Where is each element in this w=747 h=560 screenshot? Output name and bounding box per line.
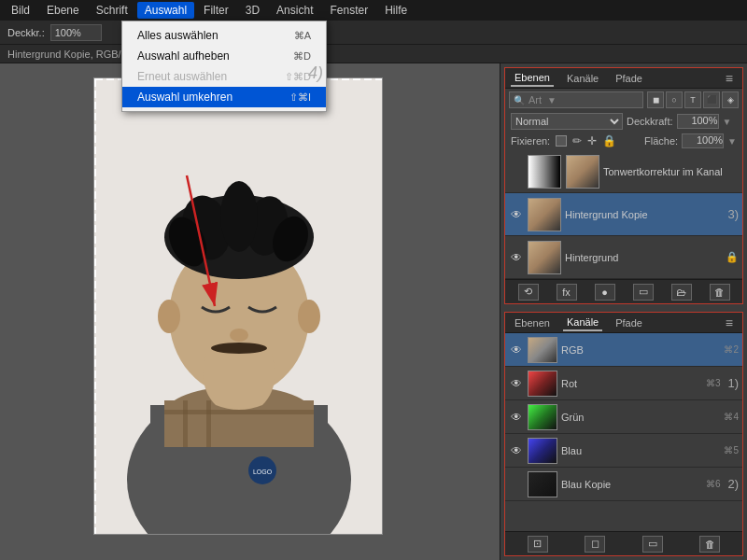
- menubar-item-schrift[interactable]: Schrift: [89, 2, 135, 19]
- channel-thumb-blau-kopie: [528, 471, 557, 497]
- channel-annotation-1: 1): [727, 376, 739, 390]
- opacity-row: Deckkraft: 100% ▼: [627, 114, 731, 129]
- fill-label: Fläche:: [644, 135, 678, 147]
- filter-icon-1[interactable]: ◼: [647, 91, 664, 108]
- channel-item-rot[interactable]: 👁 Rot ⌘3 1): [505, 367, 742, 400]
- layer-item-tonwert[interactable]: Tonwertkorrektur im Kanal: [505, 150, 742, 193]
- menu-item-erneut-auswaehlen: Erneut auswählen ⇧⌘D: [122, 66, 326, 87]
- filter-icon-4[interactable]: ⬛: [703, 91, 720, 108]
- layer-label-hintergrund: Hintergrund: [565, 252, 722, 263]
- menubar-item-auswahl[interactable]: Auswahl: [137, 2, 194, 19]
- delete-layer-button[interactable]: 🗑: [710, 284, 730, 301]
- blend-mode-select[interactable]: Normal: [511, 113, 623, 130]
- fx-button[interactable]: fx: [557, 284, 577, 301]
- channels-tab-kanaele[interactable]: Kanäle: [563, 315, 602, 331]
- search-placeholder: Art: [529, 94, 542, 105]
- channel-eye-gruen[interactable]: 👁: [509, 410, 524, 425]
- panel-menu-button[interactable]: ≡: [722, 71, 737, 86]
- opacity-input[interactable]: 100%: [677, 114, 719, 129]
- document-info: Hintergrund Kopie, RGB/8: [7, 49, 127, 60]
- info-bar: Hintergrund Kopie, RGB/8 _tonwertk...: [0, 45, 747, 63]
- filter-icon-5[interactable]: ◈: [722, 91, 739, 108]
- channel-item-blau-kopie[interactable]: Blau Kopie ⌘6 2): [505, 468, 742, 501]
- menu-item-auswahl-umkehren[interactable]: Auswahl umkehren ⇧⌘I: [122, 87, 326, 107]
- fix-row: Fixieren: ✏ ✛ 🔒 Fläche: 100% ▼: [505, 132, 742, 150]
- blend-opacity-row: Normal Deckkraft: 100% ▼: [505, 111, 742, 132]
- filter-icon-3[interactable]: T: [684, 91, 701, 108]
- auswahl-dropdown-menu: Alles auswählen ⌘A Auswahl aufheben ⌘D E…: [121, 21, 327, 112]
- svg-point-20: [211, 343, 267, 354]
- channel-label-blau: Blau: [561, 445, 720, 456]
- channels-panel-menu-button[interactable]: ≡: [722, 315, 737, 330]
- fix-icon-brush: ✏: [572, 134, 582, 147]
- channels-list: 👁 RGB ⌘2 👁 Rot ⌘3 1) 👁 Grün: [505, 333, 742, 531]
- menubar-item-filter[interactable]: Filter: [196, 2, 236, 19]
- options-bar: Deckkr.: 100%: [0, 21, 747, 45]
- fix-icon-move: ✛: [587, 134, 597, 147]
- main-area: LOGO Ebenen Kanäle Pfade: [0, 63, 747, 560]
- channel-label-rot: Rot: [561, 378, 702, 389]
- svg-point-16: [298, 300, 320, 333]
- menubar-item-fenster[interactable]: Fenster: [322, 2, 375, 19]
- tab-pfade[interactable]: Pfade: [612, 71, 646, 86]
- layer-thumb-tonwert-mask: [566, 155, 599, 189]
- menubar-item-hilfe[interactable]: Hilfe: [377, 2, 415, 19]
- menubar-item-bild[interactable]: Bild: [4, 2, 37, 19]
- channel-to-selection-button[interactable]: ◻: [585, 536, 605, 553]
- layer-thumb-hintergrund: [528, 241, 561, 274]
- new-layer-button[interactable]: 🗁: [671, 284, 692, 301]
- menu-item-alles-auswaehlen[interactable]: Alles auswählen ⌘A: [122, 25, 326, 46]
- channel-eye-rgb[interactable]: 👁: [509, 343, 524, 357]
- deckkraft-label: Deckkr.:: [7, 27, 45, 38]
- channel-shortcut-rot: ⌘3: [706, 378, 721, 388]
- channels-tab-pfade[interactable]: Pfade: [612, 315, 646, 330]
- channel-shortcut-blau-kopie: ⌘6: [706, 479, 721, 489]
- layer-item-hintergrund[interactable]: 👁 Hintergrund 🔒: [505, 236, 742, 279]
- menu-item-shortcut: ⌘A: [294, 30, 311, 42]
- svg-point-15: [158, 300, 180, 333]
- channel-eye-rot[interactable]: 👁: [509, 376, 524, 391]
- svg-point-17: [230, 329, 248, 342]
- channel-item-blau[interactable]: 👁 Blau ⌘5: [505, 434, 742, 468]
- layer-eye-tonwert[interactable]: [509, 164, 524, 179]
- fill-input[interactable]: 100%: [682, 133, 724, 148]
- channel-eye-blau-kopie[interactable]: [509, 477, 524, 492]
- menubar-item-3d[interactable]: 3D: [238, 2, 267, 19]
- channel-thumb-rot: [528, 371, 557, 397]
- fix-checkbox-1[interactable]: [556, 135, 567, 147]
- channels-panel: Ebenen Kanäle Pfade ≡ 👁 RGB ⌘2 👁: [504, 312, 743, 556]
- tab-kanaele[interactable]: Kanäle: [563, 71, 602, 86]
- deckkraft-value[interactable]: 100%: [50, 24, 102, 41]
- new-group-button[interactable]: ▭: [633, 284, 654, 301]
- channels-tab-ebenen[interactable]: Ebenen: [511, 315, 554, 330]
- new-channel-button[interactable]: ▭: [642, 536, 663, 553]
- channel-shortcut-blau: ⌘5: [724, 445, 739, 455]
- tab-ebenen[interactable]: Ebenen: [511, 70, 554, 87]
- layer-search-row: 🔍 Art ▼ ◼ ○ T ⬛ ◈: [505, 89, 742, 111]
- layer-item-hintergrund-kopie[interactable]: 👁 Hintergrund Kopie 3): [505, 193, 742, 236]
- layers-panel: Ebenen Kanäle Pfade ≡ 🔍 Art ▼ ◼ ○ T ⬛ ◈: [504, 67, 743, 304]
- channel-item-gruen[interactable]: 👁 Grün ⌘4: [505, 400, 742, 434]
- menu-item-shortcut: ⇧⌘I: [289, 91, 311, 104]
- layer-eye-hintergrund-kopie[interactable]: 👁: [509, 207, 524, 222]
- search-filter-icons: ◼ ○ T ⬛ ◈: [647, 91, 739, 108]
- delete-channel-button[interactable]: 🗑: [699, 536, 720, 553]
- layer-eye-hintergrund[interactable]: 👁: [509, 250, 524, 265]
- link-layers-button[interactable]: ⟲: [518, 284, 539, 301]
- channel-item-rgb[interactable]: 👁 RGB ⌘2: [505, 333, 742, 367]
- menu-item-auswahl-aufheben[interactable]: Auswahl aufheben ⌘D: [122, 46, 326, 66]
- channel-eye-blau[interactable]: 👁: [509, 443, 524, 458]
- menubar-item-ansicht[interactable]: Ansicht: [269, 2, 320, 19]
- layers-list: Tonwertkorrektur im Kanal 👁 Hintergrund …: [505, 150, 742, 279]
- filter-icon-2[interactable]: ○: [666, 91, 683, 108]
- person-image: LOGO: [94, 78, 382, 534]
- add-mask-button[interactable]: ●: [595, 284, 615, 301]
- menu-item-label: Erneut auswählen: [137, 70, 227, 83]
- layer-search-box[interactable]: 🔍 Art ▼: [509, 91, 643, 108]
- channel-annotation-2: 2): [727, 477, 739, 491]
- fix-label: Fixieren:: [511, 135, 550, 147]
- selection-to-channel-button[interactable]: ⊡: [528, 536, 548, 553]
- channel-thumb-blau: [528, 438, 557, 464]
- layer-label-hintergrund-kopie: Hintergrund Kopie: [565, 209, 720, 220]
- menubar-item-ebene[interactable]: Ebene: [39, 2, 87, 19]
